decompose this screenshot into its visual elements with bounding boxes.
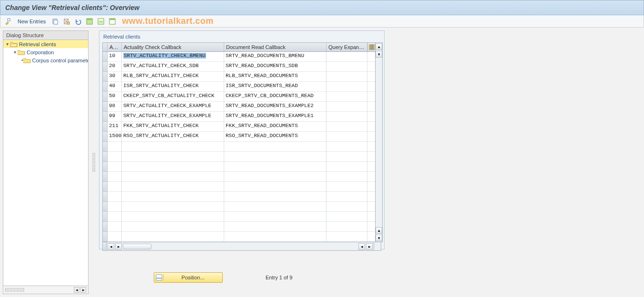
scroll-down2-icon[interactable]: ▾ <box>376 235 382 241</box>
table-cell[interactable] <box>122 202 224 212</box>
table-cell[interactable] <box>327 82 367 92</box>
table-cell[interactable]: 20 <box>108 62 122 72</box>
table-cell[interactable] <box>224 232 327 242</box>
table-cell[interactable]: 30 <box>108 72 122 82</box>
drag-handle-icon[interactable] <box>5 288 24 292</box>
row-selector-header[interactable] <box>103 43 108 51</box>
table-cell[interactable] <box>122 222 224 232</box>
deselect-all-icon[interactable] <box>108 17 117 26</box>
table-cell[interactable] <box>122 162 224 172</box>
table-cell[interactable] <box>224 192 327 202</box>
table-cell[interactable] <box>224 212 327 222</box>
table-cell[interactable] <box>327 72 367 82</box>
table-cell[interactable] <box>108 172 122 182</box>
row-selector[interactable] <box>103 52 108 62</box>
copy-as-icon[interactable] <box>50 17 60 26</box>
horizontal-scrollbar[interactable]: ◂ ▸ ◂ ▸ <box>107 242 374 251</box>
table-cell[interactable]: 50 <box>108 92 122 102</box>
table-cell[interactable]: RSO_SRTV_READ_DOCUMENTS <box>224 132 327 142</box>
expander-icon[interactable]: ▾ <box>4 41 10 47</box>
table-cell[interactable] <box>327 112 367 122</box>
table-cell[interactable] <box>122 192 224 202</box>
expander-icon[interactable]: ▾ <box>12 50 18 55</box>
column-header-ap[interactable]: Ap... <box>108 43 122 51</box>
column-header-actuality-check[interactable]: Actuality Check Callback <box>122 43 224 51</box>
row-selector[interactable] <box>103 142 108 152</box>
table-cell[interactable] <box>224 182 327 192</box>
table-cell[interactable]: ISR_SRTV_ACTUALITY_CHECK <box>122 82 224 92</box>
scroll-right2-icon[interactable]: ▸ <box>366 243 373 250</box>
table-cell[interactable] <box>224 222 327 232</box>
table-cell[interactable]: RSO_SRTV_ACTUALITY_CHECK <box>122 132 224 142</box>
row-selector[interactable] <box>103 122 108 132</box>
row-selector[interactable] <box>103 182 108 192</box>
row-selector[interactable] <box>103 152 108 162</box>
table-cell[interactable] <box>122 212 224 222</box>
table-cell[interactable]: SRTV_ACTUALITY_CHECK_SDB <box>122 62 224 72</box>
scroll-left-icon[interactable]: ◂ <box>108 243 114 250</box>
table-cell[interactable]: SRTV_ACTUALITY_CHECK_EXAMPLE <box>122 102 224 112</box>
column-header-query-expansion[interactable]: Query Expansio <box>327 43 367 51</box>
dialog-structure-tree[interactable]: ▾ Retrieval clients ▾ Corporation • Corp… <box>3 40 89 286</box>
table-cell[interactable]: FKK_SRTV_ACTUALITY_CHECK <box>122 122 224 132</box>
table-cell[interactable] <box>108 232 122 242</box>
table-cell[interactable]: ISR_SRTV_DOCUMENTS_READ <box>224 82 327 92</box>
column-header-document-read[interactable]: Document Read Callback <box>224 43 327 51</box>
table-cell[interactable]: 98 <box>108 102 122 112</box>
table-cell[interactable] <box>327 152 367 162</box>
table-cell[interactable]: SRTV_READ_DOCUMENTS_BMENU <box>224 52 327 62</box>
table-cell[interactable] <box>224 152 327 162</box>
row-selector[interactable] <box>103 82 108 92</box>
delete-icon[interactable] <box>62 17 71 26</box>
table-cell[interactable]: 10 <box>108 52 122 62</box>
row-selector[interactable] <box>103 102 108 112</box>
table-cell[interactable] <box>327 222 367 232</box>
table-cell[interactable]: SRTV_ACTUALITY_CHECK_BMENU <box>122 52 224 62</box>
table-cell[interactable]: SRTV_READ_DOCUMENTS_SDB <box>224 62 327 72</box>
row-selector[interactable] <box>103 92 108 102</box>
table-cell[interactable] <box>327 172 367 182</box>
table-config-icon[interactable] <box>367 43 375 51</box>
table-cell[interactable] <box>327 142 367 152</box>
table-cell[interactable] <box>327 232 367 242</box>
row-selector[interactable] <box>103 212 108 222</box>
table-cell[interactable] <box>327 62 367 72</box>
table-cell[interactable]: SRTV_READ_DOCUMENTS_EXAMPLE2 <box>224 102 327 112</box>
table-cell[interactable] <box>327 212 367 222</box>
scroll-left-icon[interactable]: ◂ <box>74 287 79 293</box>
table-cell[interactable]: 99 <box>108 112 122 122</box>
table-cell[interactable] <box>108 212 122 222</box>
table-cell[interactable] <box>108 192 122 202</box>
table-cell[interactable]: CKECP_SRTV_CB_DOCUMENTS_READ <box>224 92 327 102</box>
scroll-thumb[interactable] <box>123 244 151 249</box>
table-cell[interactable] <box>108 222 122 232</box>
table-cell[interactable] <box>327 162 367 172</box>
row-selector[interactable] <box>103 202 108 212</box>
table-cell[interactable]: 40 <box>108 82 122 92</box>
scroll-down-icon[interactable]: ▾ <box>376 51 382 58</box>
table-cell[interactable]: SRTV_READ_DOCUMENTS_EXAMPLE1 <box>224 112 327 122</box>
table-cell[interactable] <box>108 152 122 162</box>
scroll-right-icon[interactable]: ▸ <box>115 243 122 250</box>
table-cell[interactable] <box>327 182 367 192</box>
row-selector[interactable] <box>103 162 108 172</box>
row-selector[interactable] <box>103 232 108 242</box>
tree-node-corpus-control[interactable]: • Corpus control parameters <box>3 56 88 64</box>
table-cell[interactable] <box>122 142 224 152</box>
table-cell[interactable]: 211 <box>108 122 122 132</box>
table-cell[interactable] <box>108 182 122 192</box>
row-selector[interactable] <box>103 192 108 202</box>
table-cell[interactable] <box>224 202 327 212</box>
select-block-icon[interactable] <box>96 17 106 26</box>
scroll-up-icon[interactable]: ▴ <box>376 43 382 50</box>
tree-node-retrieval-clients[interactable]: ▾ Retrieval clients <box>3 40 88 48</box>
scroll-left2-icon[interactable]: ◂ <box>358 243 365 250</box>
table-cell[interactable]: RLB_SRTV_READ_DOCUMENTS <box>224 72 327 82</box>
table-cell[interactable] <box>224 142 327 152</box>
toggle-display-change-icon[interactable] <box>3 17 13 26</box>
scroll-up2-icon[interactable]: ▴ <box>376 227 382 234</box>
vertical-scrollbar[interactable]: ▴ ▾ ▴ ▾ <box>376 42 383 242</box>
table-cell[interactable] <box>224 162 327 172</box>
undo-icon[interactable] <box>73 17 83 26</box>
vertical-splitter[interactable] <box>92 30 95 294</box>
